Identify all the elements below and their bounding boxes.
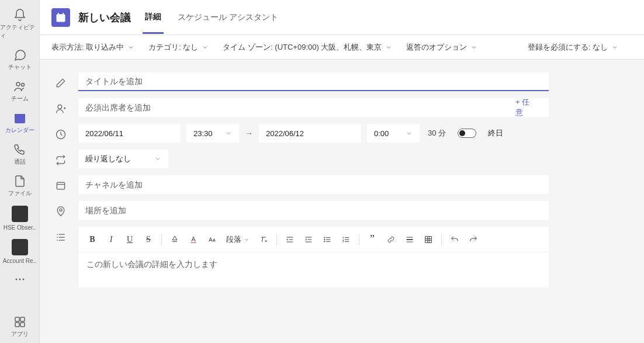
rail-calendar[interactable]: カレンダー: [0, 108, 39, 139]
attendees-input[interactable]: [85, 103, 515, 112]
chevron-down-icon: [225, 130, 232, 137]
rte-italic[interactable]: I: [103, 231, 119, 248]
allday-toggle[interactable]: [458, 129, 476, 138]
svg-point-1: [21, 84, 24, 86]
rail-chat[interactable]: チャット: [0, 44, 39, 76]
rte-link[interactable]: [383, 231, 399, 248]
rte-highlight[interactable]: [167, 231, 183, 248]
chevron-down-icon: [127, 44, 134, 51]
svg-point-6: [22, 279, 24, 280]
tab-details[interactable]: 詳細: [143, 12, 164, 34]
rail-apps[interactable]: アプリ: [0, 311, 39, 343]
rte-bullet-list[interactable]: [319, 231, 335, 248]
rte-undo[interactable]: [446, 231, 463, 248]
app-tile-icon: [12, 206, 28, 222]
table-icon: [424, 235, 433, 244]
font-color-icon: [189, 235, 198, 244]
person-add-icon: [55, 103, 67, 115]
chevron-down-icon: [385, 44, 392, 51]
opt-timezone[interactable]: タイム ゾーン: (UTC+09:00) 大阪、札幌、東京: [223, 42, 392, 53]
chevron-down-icon: [406, 130, 413, 137]
opt-registration[interactable]: 登録を必須にする: なし: [528, 42, 618, 53]
location-field[interactable]: [78, 201, 549, 220]
location-input[interactable]: [85, 206, 542, 215]
title-input[interactable]: [85, 77, 542, 86]
bell-icon: [13, 8, 27, 22]
rte-clear-format[interactable]: [255, 231, 272, 248]
redo-icon: [469, 235, 478, 244]
clear-format-icon: [259, 235, 268, 244]
allday-label: 終日: [488, 128, 503, 138]
arrow-right-icon: →: [245, 129, 253, 138]
rte-strike[interactable]: S: [140, 231, 157, 248]
description-icon: [55, 231, 67, 243]
rte-font-size[interactable]: [204, 231, 220, 248]
rte-bold[interactable]: B: [84, 231, 101, 248]
phone-icon: [13, 143, 27, 157]
end-time-field[interactable]: 0:00: [367, 124, 420, 143]
main-content: 新しい会議 詳細 スケジュール アシスタント 表示方法: 取り込み中 カテゴリ:…: [40, 0, 644, 343]
rte-indent-decrease[interactable]: [282, 231, 298, 248]
svg-rect-21: [425, 236, 432, 242]
indent-icon: [304, 235, 313, 244]
svg-rect-7: [15, 317, 19, 321]
opt-response[interactable]: 返答のオプション: [406, 42, 477, 53]
calendar-header-icon: [51, 8, 70, 27]
opt-show-as[interactable]: 表示方法: 取り込み中: [51, 42, 134, 53]
opt-category[interactable]: カテゴリ: なし: [148, 42, 209, 53]
channel-input[interactable]: [85, 180, 542, 189]
rte-numbered-list[interactable]: [338, 231, 354, 248]
clock-icon: [55, 129, 67, 140]
start-date-field[interactable]: 2022/06/11: [78, 124, 181, 143]
rte-font-color[interactable]: [185, 231, 202, 248]
chevron-down-icon: [154, 155, 161, 162]
recurrence-dropdown[interactable]: 繰り返しなし: [78, 150, 168, 168]
chat-icon: [13, 48, 27, 62]
rail-more[interactable]: [13, 272, 27, 286]
tab-scheduling-assistant[interactable]: スケジュール アシスタント: [175, 12, 281, 33]
attendees-field[interactable]: + 任意: [78, 98, 549, 117]
svg-point-17: [60, 209, 62, 211]
page-header: 新しい会議 詳細 スケジュール アシスタント: [40, 0, 644, 35]
rte-paragraph-style[interactable]: 段落: [223, 234, 253, 245]
end-date-field[interactable]: 2022/06/12: [259, 124, 361, 143]
rail-activity[interactable]: アクティビティ: [0, 5, 39, 44]
rte-table[interactable]: [420, 231, 437, 248]
rail-app-2[interactable]: Account Re..: [0, 235, 39, 269]
rte-hr[interactable]: [401, 231, 418, 248]
calendar-icon: [13, 111, 27, 125]
rte-toolbar: B I U S 段落: [78, 227, 549, 252]
rail-teams[interactable]: チーム: [0, 76, 39, 108]
pencil-icon: [55, 77, 67, 89]
start-time-field[interactable]: 23:30: [186, 124, 239, 143]
rte-underline[interactable]: U: [122, 231, 138, 248]
rte-redo[interactable]: [465, 231, 482, 248]
apps-icon: [13, 315, 27, 329]
chevron-down-icon: [244, 237, 250, 242]
title-field[interactable]: [78, 72, 549, 91]
channel-field[interactable]: [78, 175, 549, 194]
undo-icon: [450, 235, 459, 244]
add-optional-attendees[interactable]: + 任意: [515, 97, 542, 118]
rte-quote[interactable]: ”: [364, 231, 380, 248]
svg-rect-10: [20, 323, 25, 327]
repeat-icon: [55, 154, 67, 166]
rail-calls[interactable]: 通話: [0, 139, 39, 171]
options-bar: 表示方法: 取り込み中 カテゴリ: なし タイム ゾーン: (UTC+09:00…: [40, 35, 644, 60]
description-editor: B I U S 段落: [78, 227, 549, 287]
svg-point-0: [16, 82, 20, 86]
chevron-down-icon: [470, 44, 477, 51]
rte-indent-increase[interactable]: [300, 231, 317, 248]
svg-rect-13: [63, 12, 64, 15]
svg-point-18: [324, 237, 325, 238]
svg-rect-8: [20, 317, 25, 321]
rail-files[interactable]: ファイル: [0, 171, 39, 202]
link-icon: [386, 235, 396, 244]
rail-app-1[interactable]: HSE Obser..: [0, 202, 39, 235]
svg-point-20: [324, 241, 325, 241]
svg-rect-3: [15, 114, 25, 116]
duration-label: 30 分: [428, 128, 446, 138]
description-body[interactable]: この新しい会議の詳細を入力します: [78, 252, 549, 287]
svg-point-5: [19, 279, 20, 280]
bullet-list-icon: [323, 235, 332, 244]
